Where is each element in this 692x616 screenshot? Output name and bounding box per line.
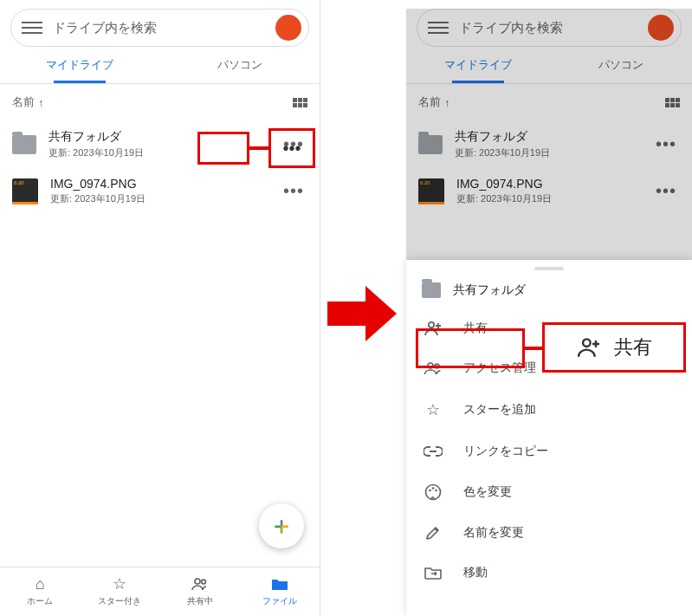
svg-point-8 bbox=[435, 490, 437, 492]
file-info: IMG_0974.PNG 更新: 2023年10月19日 bbox=[50, 177, 268, 205]
search-bar[interactable]: ドライブ内を検索 bbox=[417, 9, 682, 47]
tabs: マイドライブ パソコン bbox=[406, 47, 692, 84]
palette-icon bbox=[424, 483, 443, 501]
more-icon[interactable]: ••• bbox=[652, 133, 680, 156]
image-thumb-icon: 6:20 bbox=[12, 178, 38, 204]
home-icon: ⌂ bbox=[0, 574, 80, 593]
nav-files[interactable]: ファイル bbox=[240, 567, 320, 616]
more-icon[interactable]: ••• bbox=[280, 179, 307, 203]
file-sub: 更新: 2023年10月19日 bbox=[50, 192, 268, 205]
hamburger-icon[interactable] bbox=[428, 17, 449, 38]
callout-zoom-share: 共有 bbox=[542, 322, 686, 373]
sort-arrow-up-icon: ↑ bbox=[444, 96, 450, 109]
tab-computers[interactable]: パソコン bbox=[549, 47, 692, 83]
sort-arrow-up-icon: ↑ bbox=[38, 96, 44, 109]
grid-view-icon[interactable] bbox=[293, 98, 307, 107]
callout-box-share bbox=[416, 328, 525, 368]
sheet-item-copylink[interactable]: リンクをコピー bbox=[406, 431, 692, 471]
image-thumb-icon: 6:20 bbox=[418, 178, 444, 204]
svg-point-1 bbox=[201, 580, 205, 584]
callout-zoom-more: ••• bbox=[268, 128, 315, 168]
file-row-image[interactable]: 6:20 IMG_0974.PNG更新: 2023年10月19日 ••• bbox=[406, 168, 692, 214]
svg-point-0 bbox=[195, 579, 200, 584]
sort-row[interactable]: 名前 ↑ bbox=[0, 84, 320, 120]
folder-icon bbox=[12, 135, 36, 154]
link-icon bbox=[424, 446, 443, 457]
svg-point-9 bbox=[583, 339, 591, 347]
svg-point-7 bbox=[432, 487, 435, 490]
folder-icon bbox=[418, 135, 443, 154]
bottom-nav: ⌂ホーム ☆スター付き 共有中 ファイル bbox=[0, 567, 320, 616]
sheet-item-move[interactable]: 移動 bbox=[406, 553, 692, 593]
sort-label: 名前 bbox=[418, 94, 441, 110]
move-folder-icon bbox=[424, 566, 443, 580]
sheet-item-star[interactable]: ☆ スターを追加 bbox=[406, 388, 692, 431]
callout-zoom-label: 共有 bbox=[614, 334, 652, 360]
sheet-item-rename[interactable]: 名前を変更 bbox=[406, 513, 692, 553]
sort-label: 名前 bbox=[12, 94, 35, 110]
bottom-sheet: 共有フォルダ 共有 アクセス管理 ☆ スターを追加 リンクをコピー 色を変更 名… bbox=[406, 260, 692, 616]
nav-shared[interactable]: 共有中 bbox=[160, 567, 240, 616]
star-icon: ☆ bbox=[424, 400, 443, 419]
sheet-header: 共有フォルダ bbox=[406, 276, 692, 308]
search-placeholder: ドライブ内を検索 bbox=[459, 20, 648, 36]
panel-left: ドライブ内を検索 マイドライブ パソコン 名前 ↑ 共有フォルダ 更新: 202… bbox=[0, 0, 320, 616]
hamburger-icon[interactable] bbox=[22, 17, 42, 38]
search-bar[interactable]: ドライブ内を検索 bbox=[10, 9, 309, 47]
search-placeholder: ドライブ内を検索 bbox=[53, 20, 275, 36]
sort-row[interactable]: 名前 ↑ bbox=[406, 84, 692, 120]
step-arrow-icon bbox=[327, 286, 397, 341]
tab-computers[interactable]: パソコン bbox=[160, 47, 320, 83]
fab-add[interactable]: ＋ bbox=[259, 503, 304, 548]
folder-icon bbox=[422, 282, 441, 298]
tabs: マイドライブ パソコン bbox=[0, 47, 320, 84]
callout-connector bbox=[249, 146, 268, 150]
svg-point-6 bbox=[429, 490, 431, 492]
nav-home[interactable]: ⌂ホーム bbox=[0, 567, 80, 616]
panel-right: ドライブ内を検索 マイドライブ パソコン 名前 ↑ 共有フォルダ更新: 2023… bbox=[406, 0, 692, 616]
file-row-folder[interactable]: 共有フォルダ更新: 2023年10月19日 ••• bbox=[406, 120, 692, 168]
person-add-icon bbox=[576, 337, 602, 358]
pencil-icon bbox=[424, 525, 443, 541]
sheet-item-color[interactable]: 色を変更 bbox=[406, 471, 692, 513]
tab-my-drive[interactable]: マイドライブ bbox=[406, 47, 549, 83]
file-row-image[interactable]: 6:20 IMG_0974.PNG 更新: 2023年10月19日 ••• bbox=[0, 168, 320, 214]
more-icon[interactable]: ••• bbox=[652, 179, 680, 203]
sheet-handle[interactable] bbox=[534, 267, 564, 270]
sheet-title: 共有フォルダ bbox=[453, 282, 526, 298]
tab-my-drive[interactable]: マイドライブ bbox=[0, 47, 160, 83]
nav-starred[interactable]: ☆スター付き bbox=[80, 567, 159, 616]
grid-view-icon[interactable] bbox=[665, 98, 680, 107]
folder-icon bbox=[240, 574, 320, 593]
file-name: IMG_0974.PNG bbox=[50, 177, 268, 191]
svg-point-2 bbox=[429, 322, 434, 327]
avatar[interactable] bbox=[648, 15, 674, 41]
star-icon: ☆ bbox=[80, 574, 159, 593]
avatar[interactable] bbox=[275, 15, 301, 41]
callout-connector bbox=[525, 347, 542, 350]
callout-box-more bbox=[197, 132, 249, 165]
plus-icon: ＋ bbox=[269, 509, 294, 542]
people-icon bbox=[160, 574, 240, 593]
